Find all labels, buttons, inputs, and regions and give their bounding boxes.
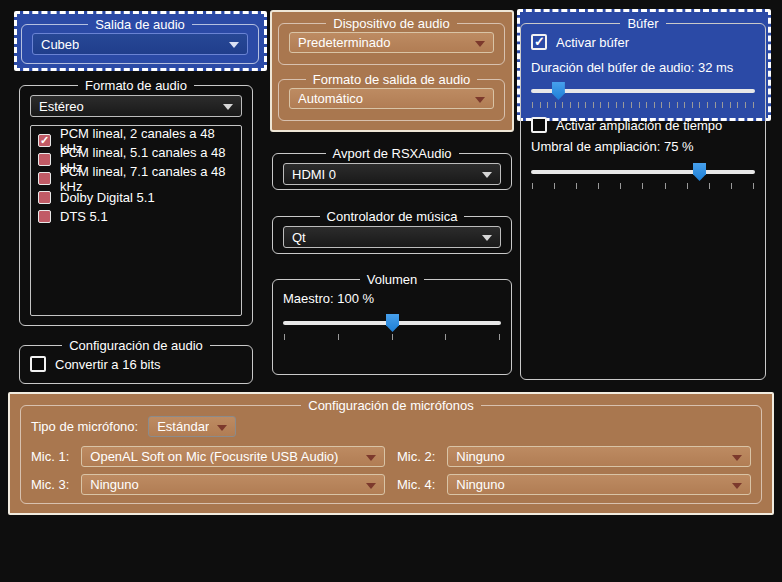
format-label: PCM lineal, 7.1 canales a 48 kHz: [60, 164, 234, 194]
audio-output-format-value: Automático: [298, 91, 363, 106]
buffering-group: Búfer Activar búfer Duración del búfer d…: [520, 16, 766, 380]
audio-settings-group: Configuración de audio Convertir a 16 bi…: [19, 338, 253, 384]
buffering-title: Búfer: [620, 16, 665, 31]
mic4-dropdown[interactable]: Ninguno: [447, 474, 751, 495]
slider-handle[interactable]: [693, 163, 706, 181]
music-handler-title: Controlador de música: [320, 209, 465, 224]
format-checkbox[interactable]: [38, 153, 51, 166]
chevron-down-icon: [217, 425, 227, 431]
format-label: DTS 5.1: [60, 209, 108, 224]
rsx-avport-group: Avport de RSXAudio HDMI 0: [272, 146, 512, 190]
chevron-down-icon: [366, 455, 376, 461]
chevron-down-icon: [482, 235, 492, 241]
music-handler-dropdown[interactable]: Qt: [283, 226, 501, 248]
mic3-label: Mic. 3:: [31, 477, 69, 492]
chevron-down-icon: [475, 97, 485, 103]
mic-type-dropdown[interactable]: Estándar: [148, 416, 236, 437]
chevron-down-icon: [732, 483, 742, 489]
microphones-group: Configuración de micrófonos Tipo de micr…: [20, 398, 762, 504]
chevron-down-icon: [366, 483, 376, 489]
audio-device-highlight: Dispositivo de audio Predeterminado Form…: [270, 10, 514, 132]
music-handler-value: Qt: [292, 230, 306, 245]
time-stretching-label: Activar ampliación de tiempo: [556, 118, 722, 133]
chevron-down-icon: [223, 104, 233, 110]
music-handler-group: Controlador de música Qt: [272, 209, 512, 254]
buffer-duration-label: Duración del búfer de audio: 32 ms: [531, 60, 755, 75]
format-checkbox[interactable]: [38, 172, 51, 185]
audio-format-list: PCM lineal, 2 canales a 48 kHzPCM lineal…: [30, 125, 242, 316]
mic3-dropdown[interactable]: Ninguno: [81, 474, 385, 495]
audio-format-title: Formato de audio: [78, 78, 194, 93]
buffer-duration-slider[interactable]: [531, 81, 755, 108]
format-checkbox[interactable]: [38, 134, 51, 147]
mic4-label: Mic. 4:: [397, 477, 435, 492]
enable-buffering-label: Activar búfer: [556, 35, 629, 50]
audio-output-title: Salida de audio: [88, 17, 192, 32]
audio-output-value: Cubeb: [41, 37, 79, 52]
mic2-label: Mic. 2:: [397, 449, 435, 464]
format-item: PCM lineal, 7.1 canales a 48 kHz: [38, 169, 234, 188]
audio-settings-panel: Salida de audio Cubeb Formato de audio E…: [0, 0, 782, 582]
audio-device-value: Predeterminado: [298, 35, 391, 50]
master-volume-slider[interactable]: [283, 313, 501, 340]
audio-format-dropdown[interactable]: Estéreo: [30, 95, 242, 117]
slider-ticks: [532, 183, 754, 189]
mic-grid: Mic. 1: OpenAL Soft on Mic (Focusrite US…: [31, 446, 751, 495]
stretch-threshold-label: Umbral de ampliación: 75 %: [531, 139, 755, 154]
microphones-title: Configuración de micrófonos: [301, 398, 480, 413]
slider-ticks: [532, 102, 754, 108]
slider-ticks: [284, 334, 500, 340]
rsx-avport-value: HDMI 0: [292, 167, 336, 182]
convert-16bit-label: Convertir a 16 bits: [55, 357, 161, 372]
audio-output-format-dropdown[interactable]: Automático: [289, 88, 494, 109]
audio-format-value: Estéreo: [39, 99, 84, 114]
audio-device-dropdown[interactable]: Predeterminado: [289, 32, 494, 53]
audio-output-dropdown[interactable]: Cubeb: [32, 33, 248, 55]
slider-handle[interactable]: [552, 82, 565, 100]
audio-output-group: Salida de audio Cubeb: [21, 17, 259, 64]
convert-16bit-checkbox[interactable]: [30, 356, 46, 372]
slider-handle[interactable]: [386, 314, 399, 332]
master-volume-label: Maestro: 100 %: [283, 291, 501, 306]
mic-type-label: Tipo de micrófono:: [31, 419, 138, 434]
mic3-value: Ninguno: [90, 477, 138, 492]
audio-output-format-group: Formato de salida de audio Automático: [278, 72, 505, 121]
audio-device-group: Dispositivo de audio Predeterminado: [278, 16, 505, 65]
rsx-avport-dropdown[interactable]: HDMI 0: [283, 163, 501, 185]
mic1-value: OpenAL Soft on Mic (Focusrite USB Audio): [90, 449, 338, 464]
buffering-column: Búfer Activar búfer Duración del búfer d…: [517, 9, 771, 383]
time-stretching-checkbox[interactable]: [531, 117, 547, 133]
mic4-value: Ninguno: [456, 477, 504, 492]
format-item: DTS 5.1: [38, 207, 234, 226]
audio-output-highlight: Salida de audio Cubeb: [14, 11, 267, 71]
chevron-down-icon: [732, 455, 742, 461]
audio-device-title: Dispositivo de audio: [326, 16, 456, 31]
chevron-down-icon: [475, 41, 485, 47]
audio-settings-title: Configuración de audio: [62, 338, 210, 353]
volume-title: Volumen: [360, 272, 425, 287]
enable-buffering-checkbox[interactable]: [531, 34, 547, 50]
format-checkbox[interactable]: [38, 210, 51, 223]
slider-groove[interactable]: [531, 170, 755, 174]
microphones-highlight: Configuración de micrófonos Tipo de micr…: [8, 392, 774, 515]
format-checkbox[interactable]: [38, 191, 51, 204]
volume-group: Volumen Maestro: 100 %: [272, 272, 512, 375]
mic-type-value: Estándar: [157, 419, 209, 434]
mic1-label: Mic. 1:: [31, 449, 69, 464]
chevron-down-icon: [229, 42, 239, 48]
audio-output-format-title: Formato de salida de audio: [306, 72, 478, 87]
mic2-dropdown[interactable]: Ninguno: [447, 446, 751, 467]
format-label: Dolby Digital 5.1: [60, 190, 155, 205]
stretch-threshold-slider[interactable]: [531, 162, 755, 189]
mic1-dropdown[interactable]: OpenAL Soft on Mic (Focusrite USB Audio): [81, 446, 385, 467]
audio-format-group: Formato de audio Estéreo PCM lineal, 2 c…: [19, 78, 253, 326]
rsx-avport-title: Avport de RSXAudio: [326, 146, 459, 161]
chevron-down-icon: [482, 172, 492, 178]
mic2-value: Ninguno: [456, 449, 504, 464]
